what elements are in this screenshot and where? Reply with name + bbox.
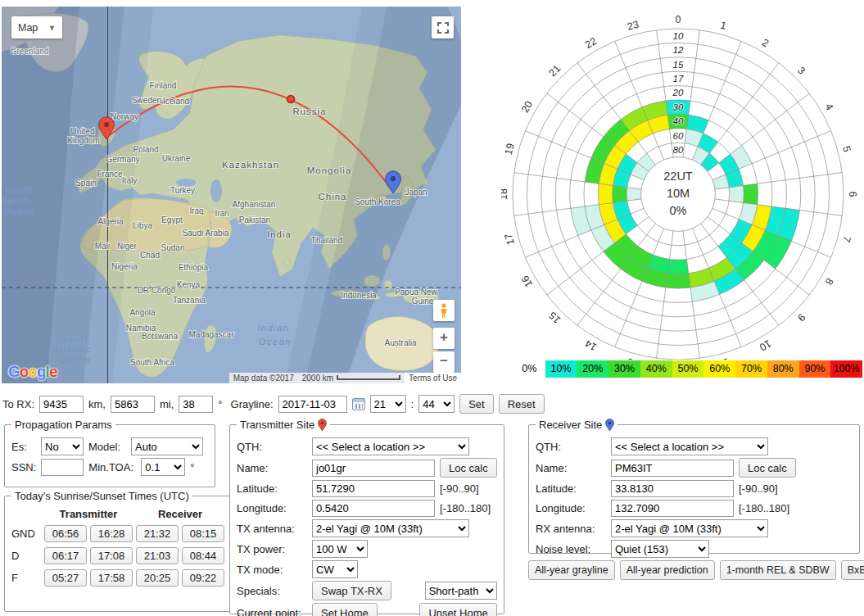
sun-time-cell[interactable]: 21:32 (136, 525, 179, 542)
sun-time-cell[interactable]: 16:28 (90, 525, 133, 542)
tx-mode-select[interactable]: CW (312, 560, 358, 578)
hour-label-18: 18 (501, 188, 509, 200)
bxb-button[interactable]: BxB (841, 560, 864, 580)
set-home-button[interactable]: Set Home (312, 603, 378, 616)
ssn-input[interactable] (41, 459, 84, 476)
wheel-center-label: 22UT (663, 170, 693, 183)
reset-button[interactable]: Reset (499, 394, 545, 414)
swap-tx-rx-button[interactable]: Swap TX-RX (312, 581, 391, 600)
receiver-column-header: Receiver (136, 508, 224, 520)
blue-pin-icon (605, 419, 614, 431)
receiver-site-panel: Receiver Site QTH: << Select a location … (528, 419, 860, 554)
rx-loc-calc-button[interactable]: Loc calc (739, 458, 796, 478)
sun-time-cell[interactable]: 08:15 (182, 525, 224, 542)
grayline-date-input[interactable] (278, 396, 347, 413)
wheel-cell-h18-80m[interactable] (627, 188, 641, 201)
mintoa-label: Min.TOA: (88, 461, 136, 473)
tx-name-input[interactable] (312, 460, 435, 477)
rx-name-input[interactable] (611, 460, 734, 477)
midpoint-marker[interactable] (287, 96, 295, 103)
legend-swatch: 20% (577, 360, 608, 378)
sun-time-cell[interactable]: 17:58 (90, 569, 133, 587)
wheel-cell-h18-60m[interactable] (613, 186, 627, 203)
tx-loc-calc-button[interactable]: Loc calc (440, 458, 497, 478)
rx-longitude-input[interactable] (611, 500, 734, 517)
map-label: Nigeria (111, 262, 138, 271)
noise-level-select[interactable]: Quiet (153) (611, 540, 709, 558)
sun-time-cell[interactable]: 06:17 (44, 547, 87, 564)
sun-time-cell[interactable]: 08:44 (182, 547, 224, 564)
tx-latitude-label: Latitude: (237, 482, 307, 495)
rx-latitude-input[interactable] (611, 480, 734, 497)
wheel-cell-h6-40m[interactable] (744, 183, 758, 204)
tx-longitude-input[interactable] (312, 500, 435, 517)
wheel-cell-h12-30m[interactable] (666, 274, 690, 288)
hour-label-4: 4 (823, 102, 836, 112)
tx-latitude-input[interactable] (312, 480, 435, 497)
prediction-wheel-svg[interactable]: 1012151720304060800123456789101112131415… (501, 2, 864, 360)
sun-time-cell[interactable]: 05:27 (44, 569, 87, 587)
wheel-center-label: 10M (667, 187, 690, 200)
es-select[interactable]: No (41, 437, 84, 455)
hour-label-19: 19 (503, 142, 517, 156)
wheel-cell-h6-60m[interactable] (729, 186, 744, 203)
wheel-grid-line (708, 93, 809, 171)
map-label: Turkey (170, 186, 195, 195)
mintoa-degree: ° (190, 461, 194, 473)
sun-time-cell[interactable]: 06:56 (44, 525, 87, 542)
one-month-rel-sdbw-button[interactable]: 1-month REL & SDBW (720, 560, 836, 580)
map-label: Indonesia (341, 291, 377, 300)
sunrise-sunset-table: Transmitter Receiver GND06:5616:2821:320… (11, 508, 224, 587)
legend-swatch: 0% (513, 360, 545, 378)
to-rx-label: To RX: (2, 398, 34, 410)
bearing-input[interactable] (179, 396, 213, 413)
model-select[interactable]: Auto (131, 437, 203, 455)
rx-qth-select[interactable]: << Select a location >> (611, 437, 768, 455)
sun-time-cell[interactable]: 21:03 (136, 547, 179, 564)
wheel-cell-h12-40m[interactable] (667, 260, 688, 274)
google-map[interactable]: GreenlandIcelandFinlandSwedenNorwayUnite… (2, 7, 461, 383)
set-button[interactable]: Set (459, 394, 494, 414)
action-buttons-row: All-year grayline All-year prediction 1-… (528, 560, 864, 580)
terms-of-use-link[interactable]: Terms of Use (405, 373, 461, 383)
distance-mi-input[interactable] (111, 396, 155, 413)
map-label: Papua New (395, 288, 437, 297)
band-label-15m: 15 (673, 60, 684, 70)
map-label: Japan (405, 188, 427, 197)
tx-power-select[interactable]: 100 W (312, 540, 368, 558)
calendar-icon[interactable] (352, 398, 365, 410)
zoom-out-button[interactable]: − (433, 351, 455, 373)
grayline-hour-select[interactable]: 21 (370, 395, 406, 413)
map-label: Spain (75, 179, 97, 188)
rx-antenna-select[interactable]: 2-el Yagi @ 10M (33ft) (611, 519, 768, 537)
unset-home-button[interactable]: Unset Home (419, 603, 496, 616)
fullscreen-button[interactable] (432, 16, 454, 38)
map-canvas[interactable]: GreenlandIcelandFinlandSwedenNorwayUnite… (2, 7, 461, 383)
hour-label-15: 15 (546, 310, 563, 326)
sun-time-cell[interactable]: 09:22 (182, 569, 224, 587)
google-logo[interactable]: Google (8, 363, 57, 381)
hour-label-3: 3 (795, 65, 807, 77)
rx-latitude-label: Latitude: (536, 482, 606, 495)
map-label: Germany (106, 155, 139, 164)
distance-km-input[interactable] (39, 396, 84, 413)
tx-longitude-label: Longitude: (237, 502, 307, 514)
layer-row-label: D (11, 550, 41, 562)
legend-swatch: 30% (608, 360, 640, 378)
all-year-prediction-button[interactable]: All-year prediction (620, 560, 715, 580)
grayline-minute-select[interactable]: 44 (418, 395, 455, 413)
wheel-cell-h18-40m[interactable] (598, 183, 613, 204)
map-type-dropdown[interactable]: Map▼ (11, 16, 62, 38)
pegman-button[interactable] (433, 300, 455, 321)
sun-time-cell[interactable]: 17:08 (90, 547, 133, 564)
chevron-down-icon: ▼ (48, 24, 56, 32)
zoom-in-button[interactable]: + (433, 328, 455, 349)
mintoa-select[interactable]: 0.1 (141, 458, 185, 476)
tx-qth-select[interactable]: << Select a location >> (312, 437, 469, 455)
sun-time-cell[interactable]: 20:25 (136, 569, 179, 587)
map-label: Mali (95, 242, 110, 251)
prediction-wheel[interactable]: 1012151720304060800123456789101112131415… (501, 2, 864, 360)
tx-antenna-select[interactable]: 2-el Yagi @ 10M (33ft) (312, 519, 469, 537)
all-year-grayline-button[interactable]: All-year grayline (528, 560, 615, 580)
path-select[interactable]: Short-path (425, 582, 497, 600)
